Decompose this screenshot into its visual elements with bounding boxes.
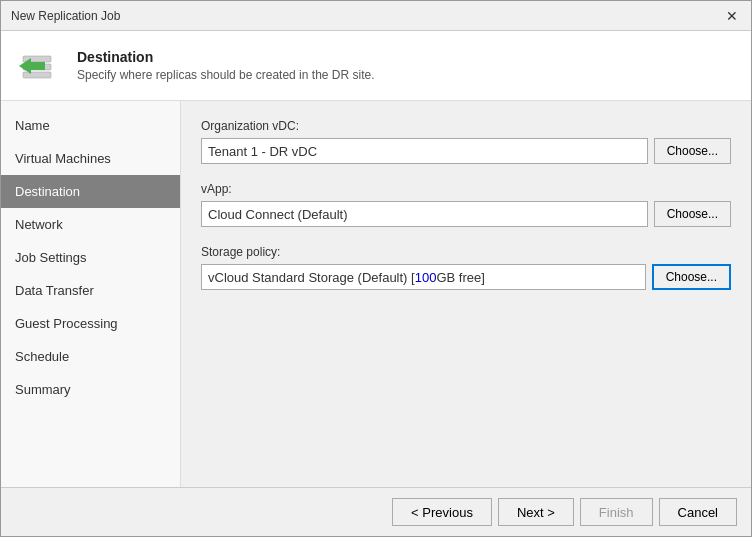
title-bar: New Replication Job ✕ [1,1,751,31]
org-vdc-label: Organization vDC: [201,119,731,133]
storage-policy-group: Storage policy: vCloud Standard Storage … [201,245,731,290]
vapp-group: vApp: Choose... [201,182,731,227]
sidebar-item-virtual-machines[interactable]: Virtual Machines [1,142,180,175]
storage-policy-display: vCloud Standard Storage (Default) [100 G… [201,264,646,290]
sidebar-item-guest-processing[interactable]: Guest Processing [1,307,180,340]
vapp-label: vApp: [201,182,731,196]
sidebar-item-name[interactable]: Name [1,109,180,142]
storage-policy-row: vCloud Standard Storage (Default) [100 G… [201,264,731,290]
sidebar-item-data-transfer[interactable]: Data Transfer [1,274,180,307]
header-icon [15,42,63,90]
svg-rect-2 [23,72,51,78]
org-vdc-group: Organization vDC: Choose... [201,119,731,164]
main-form: Organization vDC: Choose... vApp: Choose… [181,101,751,487]
storage-policy-choose-button[interactable]: Choose... [652,264,731,290]
storage-suffix: GB free] [436,270,484,285]
header-text: Destination Specify where replicas shoul… [77,49,375,82]
cancel-button[interactable]: Cancel [659,498,737,526]
close-button[interactable]: ✕ [723,7,741,25]
storage-policy-label: Storage policy: [201,245,731,259]
dialog-title: New Replication Job [11,9,120,23]
content-area: Name Virtual Machines Destination Networ… [1,101,751,487]
sidebar-item-job-settings[interactable]: Job Settings [1,241,180,274]
org-vdc-choose-button[interactable]: Choose... [654,138,731,164]
org-vdc-input[interactable] [201,138,648,164]
header-subtitle: Specify where replicas should be created… [77,68,375,82]
sidebar-item-schedule[interactable]: Schedule [1,340,180,373]
sidebar: Name Virtual Machines Destination Networ… [1,101,181,487]
sidebar-item-summary[interactable]: Summary [1,373,180,406]
finish-button[interactable]: Finish [580,498,653,526]
vapp-choose-button[interactable]: Choose... [654,201,731,227]
storage-highlight: 100 [415,270,437,285]
dialog-window: New Replication Job ✕ Destination Specif… [0,0,752,537]
sidebar-item-destination[interactable]: Destination [1,175,180,208]
org-vdc-row: Choose... [201,138,731,164]
vapp-input[interactable] [201,201,648,227]
header-section: Destination Specify where replicas shoul… [1,31,751,101]
header-title: Destination [77,49,375,65]
footer: < Previous Next > Finish Cancel [1,487,751,536]
next-button[interactable]: Next > [498,498,574,526]
storage-prefix: vCloud Standard Storage (Default) [ [208,270,415,285]
vapp-row: Choose... [201,201,731,227]
sidebar-item-network[interactable]: Network [1,208,180,241]
previous-button[interactable]: < Previous [392,498,492,526]
